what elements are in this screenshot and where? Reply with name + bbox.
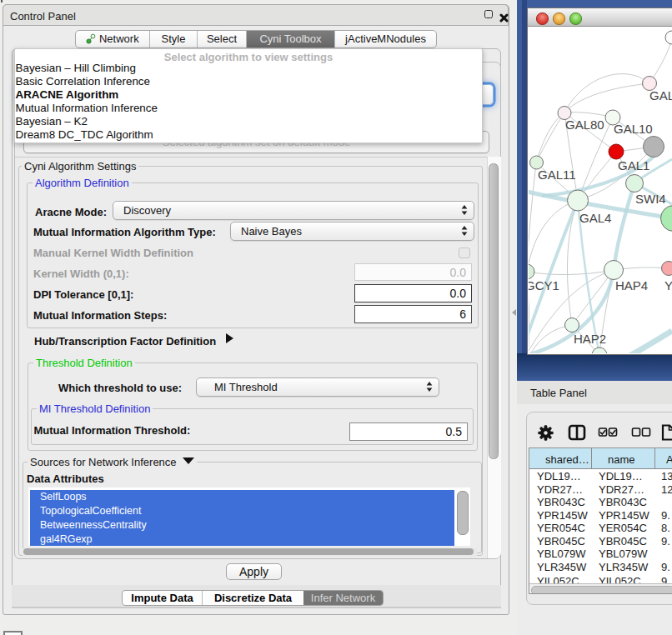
- svg-text:SWI4: SWI4: [635, 192, 666, 206]
- svg-text:HAP4: HAP4: [615, 278, 648, 292]
- svg-text:GAL1: GAL1: [618, 158, 649, 172]
- svg-text:Y: Y: [664, 278, 672, 292]
- svg-text:GCY1: GCY1: [529, 278, 559, 292]
- svg-text:HAP2: HAP2: [574, 332, 606, 346]
- svg-text:GAL80: GAL80: [565, 118, 604, 132]
- svg-text:GAL10: GAL10: [614, 122, 653, 136]
- svg-text:GAL7: GAL7: [649, 88, 672, 102]
- svg-text:GAL4: GAL4: [579, 211, 611, 225]
- svg-text:GAL11: GAL11: [538, 168, 576, 182]
